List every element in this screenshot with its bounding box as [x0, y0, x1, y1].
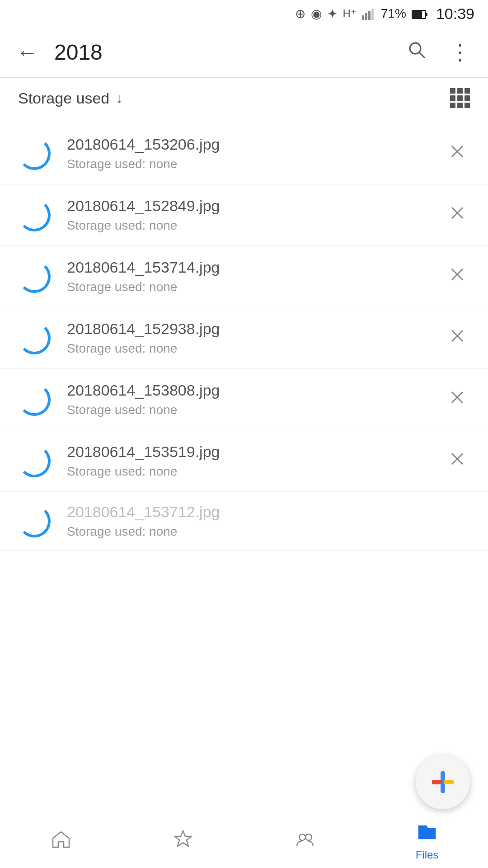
- nav-item-home[interactable]: [0, 814, 122, 868]
- file-storage-info: Storage used: none: [67, 403, 445, 417]
- file-info: 20180614_153712.jpgStorage used: none: [67, 503, 461, 539]
- svg-rect-6: [413, 11, 422, 18]
- file-storage-info: Storage used: none: [67, 524, 461, 539]
- loading-spinner: [18, 199, 51, 231]
- list-item[interactable]: 20180614_153712.jpgStorage used: none: [0, 492, 488, 551]
- svg-marker-24: [175, 831, 191, 846]
- status-icons: ⊕ ◉ ✦ H⁺ 71%: [295, 6, 428, 21]
- file-name: 20180614_153206.jpg: [67, 136, 445, 153]
- file-info: 20180614_152849.jpgStorage used: none: [67, 197, 445, 233]
- loading-spinner: [18, 445, 51, 477]
- loading-spinner: [18, 137, 51, 170]
- file-list: 20180614_153206.jpgStorage used: none201…: [0, 118, 488, 555]
- file-info: 20180614_153714.jpgStorage used: none: [67, 259, 445, 294]
- app-bar: ← 2018 ⋮: [0, 27, 488, 77]
- svg-rect-3: [371, 9, 374, 20]
- list-item[interactable]: 20180614_152849.jpgStorage used: none: [0, 184, 488, 246]
- svg-point-25: [299, 834, 305, 840]
- location-icon: ◉: [311, 6, 322, 21]
- network-icon: H⁺: [343, 7, 357, 20]
- files-folder-icon: [417, 821, 437, 846]
- shared-icon: [295, 829, 315, 854]
- remove-file-button[interactable]: [445, 139, 470, 168]
- grid-view-toggle[interactable]: [450, 88, 470, 108]
- list-item[interactable]: 20180614_152938.jpgStorage used: none: [0, 307, 488, 369]
- svg-rect-23: [444, 780, 454, 784]
- svg-point-7: [410, 43, 421, 54]
- bluetooth-icon: ✦: [327, 6, 338, 21]
- file-storage-info: Storage used: none: [67, 341, 445, 356]
- svg-rect-0: [362, 15, 364, 20]
- more-icon: [461, 517, 470, 526]
- svg-rect-1: [365, 13, 367, 20]
- star-icon: [173, 829, 193, 854]
- sort-label-text: Storage used: [18, 90, 109, 107]
- file-name: 20180614_153714.jpg: [67, 259, 445, 276]
- add-fab-button[interactable]: [416, 755, 470, 809]
- list-item[interactable]: 20180614_153808.jpgStorage used: none: [0, 369, 488, 430]
- back-button[interactable]: ←: [14, 40, 41, 65]
- bottom-nav: Files: [0, 814, 488, 868]
- battery-icon: [412, 6, 428, 21]
- remove-file-button[interactable]: [445, 323, 470, 353]
- search-button[interactable]: [402, 35, 431, 69]
- file-info: 20180614_153808.jpgStorage used: none: [67, 382, 445, 417]
- remove-file-button[interactable]: [445, 385, 470, 414]
- more-options-button[interactable]: ⋮: [445, 35, 474, 69]
- file-info: 20180614_153519.jpgStorage used: none: [67, 443, 445, 479]
- battery-percent: 71%: [381, 6, 406, 21]
- remove-file-button[interactable]: [445, 200, 470, 230]
- file-name: 20180614_152849.jpg: [67, 197, 445, 215]
- status-bar: ⊕ ◉ ✦ H⁺ 71% 10:39: [0, 0, 488, 27]
- signal-icon: [362, 6, 375, 21]
- file-storage-info: Storage used: none: [67, 464, 445, 479]
- svg-line-8: [419, 52, 425, 58]
- file-info: 20180614_152938.jpgStorage used: none: [67, 320, 445, 356]
- svg-rect-5: [426, 13, 427, 16]
- svg-point-26: [305, 834, 312, 840]
- remove-file-button[interactable]: [445, 446, 470, 476]
- file-name: 20180614_152938.jpg: [67, 320, 445, 338]
- status-time: 10:39: [436, 5, 474, 23]
- nav-item-starred[interactable]: [122, 814, 244, 868]
- file-name: 20180614_153519.jpg: [67, 443, 445, 461]
- file-info: 20180614_153206.jpgStorage used: none: [67, 136, 445, 171]
- file-storage-info: Storage used: none: [67, 280, 445, 294]
- loading-spinner: [18, 322, 51, 354]
- list-item[interactable]: 20180614_153714.jpgStorage used: none: [0, 246, 488, 307]
- add-to-drive-icon: ⊕: [295, 6, 305, 21]
- loading-spinner: [18, 383, 51, 416]
- sort-button[interactable]: Storage used ↓: [18, 90, 122, 107]
- loading-spinner: [18, 505, 51, 538]
- page-title: 2018: [54, 40, 389, 65]
- file-storage-info: Storage used: none: [67, 218, 445, 233]
- svg-rect-2: [368, 11, 371, 20]
- nav-item-shared[interactable]: [244, 814, 366, 868]
- file-name: 20180614_153712.jpg: [67, 503, 461, 521]
- remove-file-button[interactable]: [445, 262, 470, 291]
- home-icon: [51, 829, 71, 854]
- file-name: 20180614_153808.jpg: [67, 382, 445, 399]
- sort-bar: Storage used ↓: [0, 78, 488, 118]
- svg-rect-22: [432, 780, 442, 784]
- list-item[interactable]: 20180614_153206.jpgStorage used: none: [0, 123, 488, 184]
- list-item[interactable]: 20180614_153519.jpgStorage used: none: [0, 430, 488, 492]
- nav-item-files[interactable]: Files: [366, 814, 488, 868]
- sort-arrow-icon: ↓: [116, 90, 122, 106]
- loading-spinner: [18, 260, 51, 293]
- plus-icon: [430, 769, 455, 795]
- file-storage-info: Storage used: none: [67, 157, 445, 171]
- files-nav-label: Files: [416, 849, 439, 861]
